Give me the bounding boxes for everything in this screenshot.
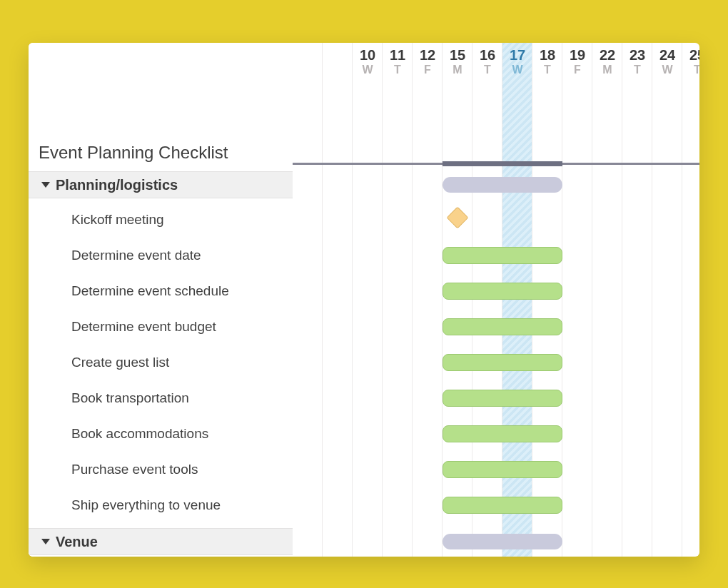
day-col xyxy=(353,43,383,557)
task-label[interactable]: Ship everything to venue xyxy=(71,491,221,519)
task-label[interactable]: Determine event date xyxy=(71,241,201,270)
task-label[interactable]: Book transportation xyxy=(71,384,189,412)
day-col xyxy=(532,43,562,557)
task-bar[interactable] xyxy=(443,390,562,407)
day-header: 19F xyxy=(562,43,592,86)
day-header: 25T xyxy=(682,43,699,86)
task-label[interactable]: Book accommodations xyxy=(71,420,208,448)
day-header: 10W xyxy=(353,43,383,86)
timeline-header: 10W 11T 12F 15M 16T 17W 18T 19F 22M 23T … xyxy=(293,43,699,86)
day-header: 16T xyxy=(472,43,502,86)
task-label[interactable]: Determine event budget xyxy=(71,313,216,341)
day-col xyxy=(443,43,472,557)
gantt-app: Event Planning Checklist Planning/logist… xyxy=(29,43,699,557)
day-header-blank xyxy=(323,43,353,86)
timeline-area[interactable]: 10W 11T 12F 15M 16T 17W 18T 19F 22M 23T … xyxy=(293,43,699,557)
summary-bar-thick xyxy=(443,161,562,166)
day-header: 18T xyxy=(532,43,562,86)
group-header-planning[interactable]: Planning/logistics xyxy=(29,171,293,198)
task-label[interactable]: Purchase event tools xyxy=(71,455,198,484)
task-bar[interactable] xyxy=(443,425,562,442)
task-bar[interactable] xyxy=(443,461,562,478)
day-col xyxy=(652,43,682,557)
project-title: Event Planning Checklist xyxy=(39,143,228,163)
day-col xyxy=(592,43,622,557)
day-col xyxy=(383,43,413,557)
task-label[interactable]: Determine event schedule xyxy=(71,277,229,305)
group-label: Planning/logistics xyxy=(56,177,178,193)
group-rollup-bar[interactable] xyxy=(443,534,562,549)
task-bar[interactable] xyxy=(443,318,562,335)
day-col xyxy=(323,43,353,557)
day-header: 15M xyxy=(443,43,472,86)
day-header-blank xyxy=(293,43,323,86)
day-col-today xyxy=(502,43,532,557)
task-bar[interactable] xyxy=(443,497,562,514)
group-rollup-bar[interactable] xyxy=(443,177,562,193)
day-col xyxy=(562,43,592,557)
day-col xyxy=(293,43,323,557)
day-col xyxy=(413,43,443,557)
day-header: 22M xyxy=(592,43,622,86)
group-label: Venue xyxy=(56,534,98,550)
task-label[interactable]: Kickoff meeting xyxy=(71,206,164,234)
day-col xyxy=(622,43,652,557)
day-col xyxy=(472,43,502,557)
task-bar[interactable] xyxy=(443,354,562,371)
task-sidebar: Event Planning Checklist Planning/logist… xyxy=(29,43,293,557)
day-header: 11T xyxy=(383,43,413,86)
group-header-venue[interactable]: Venue xyxy=(29,528,293,555)
day-col xyxy=(682,43,699,557)
day-header: 23T xyxy=(622,43,652,86)
day-columns xyxy=(293,43,699,557)
task-bar[interactable] xyxy=(443,247,562,264)
day-header: 24W xyxy=(652,43,682,86)
task-bar[interactable] xyxy=(443,283,562,300)
day-header: 12F xyxy=(413,43,443,86)
collapse-icon xyxy=(41,539,50,544)
collapse-icon xyxy=(41,182,50,188)
task-label[interactable]: Create guest list xyxy=(71,348,169,377)
day-header-today: 17W xyxy=(502,43,532,86)
